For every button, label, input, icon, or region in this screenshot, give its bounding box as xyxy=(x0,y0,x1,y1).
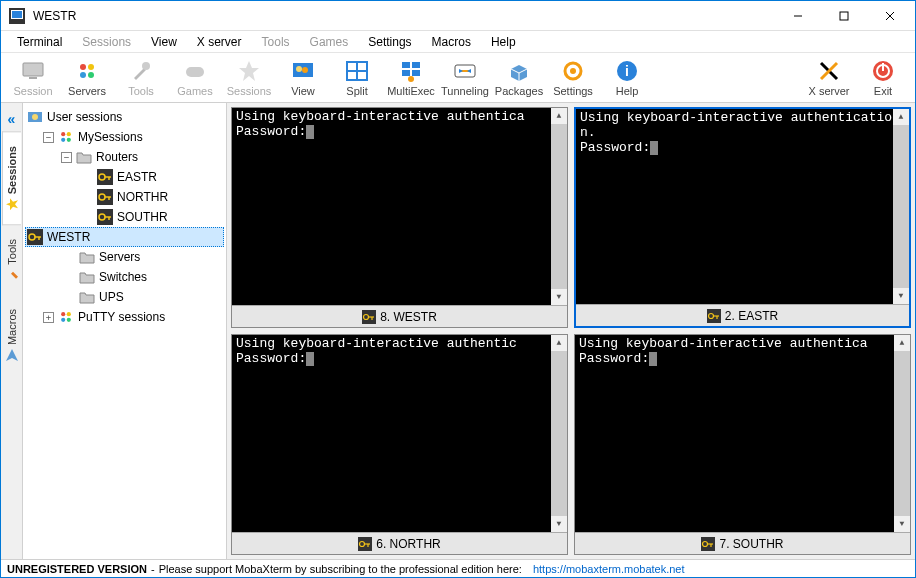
macro-plane-icon xyxy=(6,349,18,361)
svg-rect-18 xyxy=(402,62,410,68)
tree-servers[interactable]: Servers xyxy=(25,247,224,267)
toolbar-view[interactable]: View xyxy=(277,55,329,101)
packages-icon xyxy=(507,59,531,83)
status-link[interactable]: https://mobaxterm.mobatek.net xyxy=(533,563,685,575)
titlebar: WESTR xyxy=(1,1,915,31)
svg-point-37 xyxy=(32,114,38,120)
menu-games[interactable]: Games xyxy=(300,32,359,52)
multiexec-icon xyxy=(399,59,423,83)
terminal-scrollbar[interactable]: ▲▼ xyxy=(551,108,567,305)
sidetab-macros[interactable]: Macros xyxy=(3,295,21,375)
terminal-tab[interactable]: 2. EASTR xyxy=(576,304,909,326)
svg-rect-20 xyxy=(402,70,410,76)
terminal-grid: Using keyboard-interactive authentica Pa… xyxy=(227,103,915,559)
menu-tools[interactable]: Tools xyxy=(252,32,300,52)
menubar: Terminal Sessions View X server Tools Ga… xyxy=(1,31,915,53)
toolbar-help[interactable]: i Help xyxy=(601,55,653,101)
expander-plus-icon[interactable]: + xyxy=(43,312,54,323)
key-icon xyxy=(707,309,721,323)
tree-routers[interactable]: − Routers xyxy=(25,147,224,167)
key-icon xyxy=(27,229,43,245)
tree-mysessions[interactable]: − MySessions xyxy=(25,127,224,147)
expander-minus-icon[interactable]: − xyxy=(61,152,72,163)
toolbar-servers[interactable]: Servers xyxy=(61,55,113,101)
svg-rect-21 xyxy=(412,70,420,76)
terminal-pane-southr[interactable]: Using keyboard-interactive authentica Pa… xyxy=(574,334,911,555)
tree-westr[interactable]: WESTR xyxy=(25,227,224,247)
expander-minus-icon[interactable]: − xyxy=(43,132,54,143)
tools-icon xyxy=(129,59,153,83)
svg-marker-34 xyxy=(6,198,18,210)
terminal-cursor xyxy=(650,141,658,155)
toolbar-tools[interactable]: Tools xyxy=(115,55,167,101)
terminal-content[interactable]: Using keyboard-interactive authentic Pas… xyxy=(232,335,567,532)
toolbar-exit[interactable]: Exit xyxy=(857,55,909,101)
maximize-button[interactable] xyxy=(821,1,867,31)
collapse-sidebar-button[interactable]: « xyxy=(8,107,16,131)
tree-user-sessions[interactable]: User sessions xyxy=(25,107,224,127)
svg-marker-35 xyxy=(6,349,18,361)
xserver-icon xyxy=(817,59,841,83)
menu-xserver[interactable]: X server xyxy=(187,32,252,52)
user-sessions-icon xyxy=(27,109,43,125)
svg-point-26 xyxy=(570,68,576,74)
wrench-icon xyxy=(6,269,18,281)
toolbar-tunneling[interactable]: Tunneling xyxy=(439,55,491,101)
tunneling-icon xyxy=(453,59,477,83)
svg-point-9 xyxy=(142,62,150,70)
menu-sessions[interactable]: Sessions xyxy=(72,32,141,52)
menu-settings[interactable]: Settings xyxy=(358,32,421,52)
svg-rect-4 xyxy=(840,12,848,20)
settings-gear-icon xyxy=(561,59,585,83)
tree-ups[interactable]: UPS xyxy=(25,287,224,307)
toolbar-xserver[interactable]: X server xyxy=(803,55,855,101)
toolbar-split[interactable]: Split xyxy=(331,55,383,101)
folder-icon xyxy=(79,269,95,285)
terminal-pane-northr[interactable]: Using keyboard-interactive authentic Pas… xyxy=(231,334,568,555)
tree-eastr[interactable]: EASTR xyxy=(25,167,224,187)
servers-icon xyxy=(75,59,99,83)
toolbar-games[interactable]: Games xyxy=(169,55,221,101)
view-icon xyxy=(291,59,315,83)
terminal-content[interactable]: Using keyboard-interactive authentica Pa… xyxy=(232,108,567,305)
toolbar-multiexec[interactable]: MultiExec xyxy=(385,55,437,101)
svg-point-14 xyxy=(302,67,308,73)
terminal-scrollbar[interactable]: ▲▼ xyxy=(894,335,910,532)
close-button[interactable] xyxy=(867,1,913,31)
status-message: Please support MobaXterm by subscribing … xyxy=(159,563,522,575)
terminal-content[interactable]: Using keyboard-interactive authenticatio… xyxy=(576,109,909,304)
terminal-tab[interactable]: 6. NORTHR xyxy=(232,532,567,554)
terminal-cursor xyxy=(649,352,657,366)
terminal-pane-eastr[interactable]: Using keyboard-interactive authenticatio… xyxy=(574,107,911,328)
window-title: WESTR xyxy=(33,9,775,23)
tree-switches[interactable]: Switches xyxy=(25,267,224,287)
toolbar-packages[interactable]: Packages xyxy=(493,55,545,101)
terminal-scrollbar[interactable]: ▲▼ xyxy=(551,335,567,532)
svg-text:i: i xyxy=(625,63,629,79)
minimize-button[interactable] xyxy=(775,1,821,31)
menu-macros[interactable]: Macros xyxy=(422,32,481,52)
menu-terminal[interactable]: Terminal xyxy=(7,32,72,52)
sidetab-tools[interactable]: Tools xyxy=(3,225,21,295)
terminal-tab[interactable]: 7. SOUTHR xyxy=(575,532,910,554)
folder-icon xyxy=(79,289,95,305)
menu-view[interactable]: View xyxy=(141,32,187,52)
globe-folder-icon xyxy=(58,129,74,145)
window-controls xyxy=(775,1,913,31)
terminal-scrollbar[interactable]: ▲▼ xyxy=(893,109,909,304)
sessions-tree: User sessions − MySessions − Routers EAS… xyxy=(23,103,227,559)
sidetab-sessions[interactable]: Sessions xyxy=(2,131,21,225)
tree-putty-sessions[interactable]: + PuTTY sessions xyxy=(25,307,224,327)
terminal-pane-westr[interactable]: Using keyboard-interactive authentica Pa… xyxy=(231,107,568,328)
svg-point-13 xyxy=(296,66,302,72)
split-icon xyxy=(345,59,369,83)
tree-northr[interactable]: NORTHR xyxy=(25,187,224,207)
tree-southr[interactable]: SOUTHR xyxy=(25,207,224,227)
menu-help[interactable]: Help xyxy=(481,32,526,52)
toolbar-settings[interactable]: Settings xyxy=(547,55,599,101)
toolbar-sessions[interactable]: Sessions xyxy=(223,55,275,101)
terminal-tab[interactable]: 8. WESTR xyxy=(232,305,567,327)
svg-rect-7 xyxy=(23,63,43,76)
terminal-content[interactable]: Using keyboard-interactive authentica Pa… xyxy=(575,335,910,532)
toolbar-session[interactable]: Session xyxy=(7,55,59,101)
